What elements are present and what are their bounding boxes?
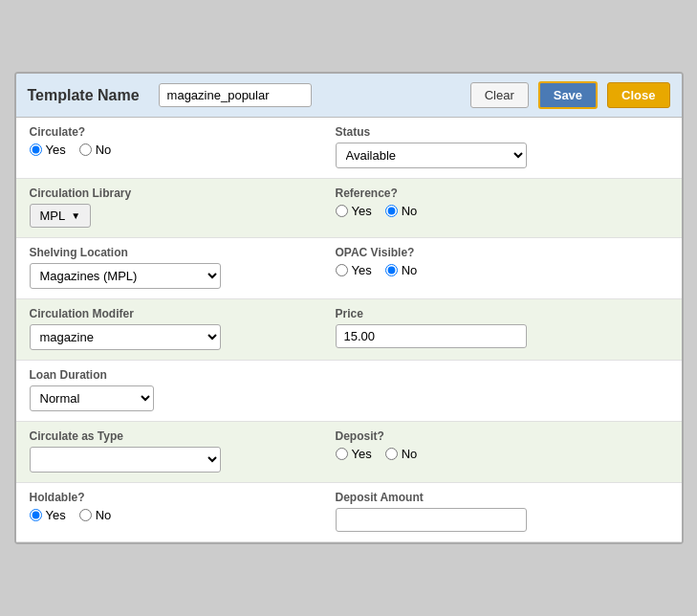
- circulation-modifier-label: Circulation Modifer: [30, 307, 316, 320]
- circulate-type-label: Circulate as Type: [30, 429, 316, 443]
- status-section: Status Available Checked Out Lost Damage…: [316, 125, 668, 168]
- dialog-body: Circulate? Yes No Status: [16, 118, 682, 542]
- price-section: Price: [316, 307, 668, 350]
- holdable-label: Holdable?: [30, 491, 316, 504]
- status-select[interactable]: Available Checked Out Lost Damaged: [336, 143, 527, 168]
- deposit-label: Deposit?: [336, 429, 668, 443]
- circ-library-reference-row: Circulation Library MPL ▼ Reference? Yes: [16, 179, 682, 238]
- deposit-amount-section: Deposit Amount: [316, 491, 668, 532]
- circulate-radio-group: Yes No: [30, 143, 316, 157]
- loan-duration-select[interactable]: Normal Short Extended: [30, 385, 154, 411]
- circulation-library-dropdown[interactable]: MPL ▼: [30, 204, 92, 228]
- circulate-no-label[interactable]: No: [79, 143, 112, 157]
- circulate-type-deposit-row: Circulate as Type Book Magazine Deposit?…: [16, 422, 682, 483]
- save-button[interactable]: Save: [538, 81, 598, 109]
- circulate-yes-label[interactable]: Yes: [30, 143, 66, 157]
- holdable-no-label[interactable]: No: [79, 508, 112, 522]
- template-dialog: Template Name Clear Save Close Circulate…: [14, 72, 684, 544]
- deposit-no-label[interactable]: No: [385, 447, 418, 461]
- status-label: Status: [336, 125, 668, 139]
- opac-no-radio[interactable]: [385, 264, 398, 276]
- reference-yes-label[interactable]: Yes: [336, 204, 372, 218]
- circulation-modifier-section: Circulation Modifer magazine book dvd: [30, 307, 316, 350]
- template-name-input[interactable]: [159, 83, 312, 107]
- shelving-location-select[interactable]: Magazines (MPL) General Stacks Reference: [30, 263, 221, 289]
- deposit-amount-label: Deposit Amount: [336, 491, 668, 504]
- reference-radio-group: Yes No: [336, 204, 668, 218]
- circulation-library-section: Circulation Library MPL ▼: [30, 187, 316, 228]
- dialog-title: Template Name: [28, 87, 140, 104]
- opac-visible-radio-group: Yes No: [336, 263, 668, 277]
- circulate-type-section: Circulate as Type Book Magazine: [30, 429, 316, 473]
- price-label: Price: [336, 307, 668, 320]
- deposit-yes-radio[interactable]: [336, 448, 348, 460]
- circ-modifier-price-row: Circulation Modifer magazine book dvd Pr…: [16, 299, 682, 361]
- opac-no-label[interactable]: No: [385, 263, 418, 277]
- deposit-amount-input[interactable]: [336, 508, 527, 532]
- shelving-location-label: Shelving Location: [30, 246, 316, 259]
- reference-no-radio[interactable]: [385, 205, 398, 217]
- deposit-section: Deposit? Yes No: [316, 429, 668, 473]
- circulation-library-label: Circulation Library: [30, 187, 316, 200]
- dropdown-arrow-icon: ▼: [71, 210, 80, 221]
- holdable-no-radio[interactable]: [79, 509, 92, 521]
- reference-label: Reference?: [336, 187, 668, 200]
- opac-yes-label[interactable]: Yes: [336, 263, 372, 277]
- reference-no-label[interactable]: No: [385, 204, 418, 218]
- circulation-modifier-select[interactable]: magazine book dvd: [30, 324, 221, 350]
- opac-visible-section: OPAC Visible? Yes No: [316, 246, 668, 289]
- circulate-status-row: Circulate? Yes No Status: [16, 118, 682, 179]
- shelving-location-section: Shelving Location Magazines (MPL) Genera…: [30, 246, 316, 289]
- circulate-label: Circulate?: [30, 125, 316, 139]
- deposit-no-radio[interactable]: [385, 448, 398, 460]
- loan-duration-row: Loan Duration Normal Short Extended: [16, 361, 682, 422]
- shelving-opac-row: Shelving Location Magazines (MPL) Genera…: [16, 238, 682, 299]
- holdable-deposit-amount-row: Holdable? Yes No Deposit Amount: [16, 483, 682, 542]
- deposit-radio-group: Yes No: [336, 447, 668, 461]
- circulate-section: Circulate? Yes No: [30, 125, 316, 168]
- dialog-header: Template Name Clear Save Close: [16, 74, 682, 118]
- holdable-section: Holdable? Yes No: [30, 491, 316, 532]
- holdable-yes-radio[interactable]: [30, 509, 42, 521]
- circulate-no-radio[interactable]: [79, 143, 92, 156]
- circulate-type-select[interactable]: Book Magazine: [30, 447, 221, 473]
- deposit-yes-label[interactable]: Yes: [336, 447, 372, 461]
- reference-section: Reference? Yes No: [316, 187, 668, 228]
- holdable-yes-label[interactable]: Yes: [30, 508, 66, 522]
- close-button[interactable]: Close: [607, 82, 669, 108]
- reference-yes-radio[interactable]: [336, 205, 348, 217]
- loan-duration-label: Loan Duration: [30, 368, 668, 382]
- price-input[interactable]: [336, 324, 527, 348]
- circulate-yes-radio[interactable]: [30, 143, 42, 156]
- holdable-radio-group: Yes No: [30, 508, 316, 522]
- opac-visible-label: OPAC Visible?: [336, 246, 668, 259]
- opac-yes-radio[interactable]: [336, 264, 348, 276]
- clear-button[interactable]: Clear: [470, 82, 529, 108]
